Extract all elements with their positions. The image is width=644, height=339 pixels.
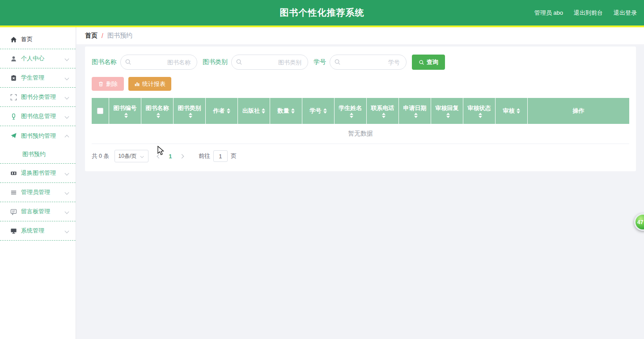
bar-chart-icon bbox=[134, 81, 140, 87]
page-size-value: 10条/页 bbox=[119, 153, 137, 160]
sidebar-item-label: 留言板管理 bbox=[21, 208, 65, 216]
column-label: 申请日期 bbox=[403, 104, 427, 112]
sidebar-item-book-reservation-management[interactable]: 图书预约管理 bbox=[0, 126, 76, 145]
chevron-down-icon bbox=[65, 56, 69, 61]
column-label: 操作 bbox=[573, 107, 585, 115]
sort-caret-icon[interactable] bbox=[517, 108, 520, 114]
column-label: 审核状态 bbox=[468, 104, 491, 112]
sort-caret-icon[interactable] bbox=[350, 113, 353, 118]
column-header-operations: 操作 bbox=[528, 98, 629, 124]
admin-user-label[interactable]: 管理员 abo bbox=[534, 9, 563, 17]
sidebar-submenu: 图书预约 bbox=[0, 145, 76, 164]
sort-caret-icon[interactable] bbox=[382, 113, 386, 118]
sort-caret-icon[interactable] bbox=[227, 108, 230, 114]
sidebar-item-label: 学生管理 bbox=[21, 74, 65, 82]
home-icon bbox=[10, 36, 17, 43]
column-header-review[interactable]: 审核 bbox=[496, 98, 528, 124]
sidebar: 首页 个人中心 学生管理 图书分类管理 图书信息管理 图书预约管理 bbox=[0, 27, 76, 339]
query-button[interactable]: 查询 bbox=[412, 55, 445, 70]
breadcrumb-home[interactable]: 首页 bbox=[85, 32, 97, 40]
sidebar-item-message-board-management[interactable]: 留言板管理 bbox=[0, 202, 76, 221]
column-header-book-name[interactable]: 图书名称 bbox=[141, 98, 174, 124]
chevron-down-icon bbox=[140, 154, 144, 158]
sidebar-item-book-category-management[interactable]: 图书分类管理 bbox=[0, 88, 76, 107]
sort-caret-icon[interactable] bbox=[262, 108, 265, 114]
goto-page-input[interactable] bbox=[213, 150, 228, 162]
sidebar-item-label: 图书预约管理 bbox=[21, 132, 65, 140]
book-name-field-wrap bbox=[120, 55, 197, 70]
logout-link[interactable]: 退出登录 bbox=[614, 9, 637, 17]
trash-icon bbox=[98, 81, 104, 87]
column-header-book-id[interactable]: 图书编号 bbox=[109, 98, 141, 124]
sidebar-item-book-info-management[interactable]: 图书信息管理 bbox=[0, 107, 76, 126]
column-label: 学生姓名 bbox=[339, 104, 362, 112]
sort-caret-icon[interactable] bbox=[124, 113, 128, 118]
book-category-field-wrap bbox=[231, 55, 308, 70]
sort-caret-icon[interactable] bbox=[414, 113, 418, 118]
select-all-cell bbox=[92, 98, 109, 124]
column-header-student-id[interactable]: 学号 bbox=[302, 98, 335, 124]
book-name-input[interactable] bbox=[120, 55, 197, 70]
column-header-quantity[interactable]: 数量 bbox=[270, 98, 302, 124]
breadcrumb: 首页 / 图书预约 bbox=[76, 27, 644, 44]
student-id-label: 学号 bbox=[314, 58, 326, 66]
page-number-1[interactable]: 1 bbox=[165, 153, 176, 160]
column-header-review-status[interactable]: 审核状态 bbox=[463, 98, 496, 124]
return-book-icon bbox=[10, 170, 17, 177]
sort-caret-icon[interactable] bbox=[446, 113, 450, 118]
select-all-checkbox[interactable] bbox=[97, 108, 103, 114]
book-name-label: 图书名称 bbox=[92, 58, 117, 66]
sidebar-item-student-management[interactable]: 学生管理 bbox=[0, 68, 76, 88]
search-form: 图书名称 图书类别 学号 bbox=[92, 55, 629, 70]
report-button[interactable]: 统计报表 bbox=[128, 77, 171, 91]
column-label: 学号 bbox=[310, 107, 322, 115]
prev-page-button[interactable] bbox=[152, 150, 165, 162]
floating-badge-value: 47 bbox=[637, 219, 643, 225]
chevron-down-icon bbox=[65, 114, 69, 119]
column-header-review-reply[interactable]: 审核回复 bbox=[431, 98, 463, 124]
sidebar-subitem-label: 图书预约 bbox=[22, 150, 46, 158]
sort-caret-icon[interactable] bbox=[157, 113, 160, 118]
chevron-down-icon bbox=[65, 229, 69, 233]
report-button-label: 统计报表 bbox=[142, 80, 165, 88]
breadcrumb-current: 图书预约 bbox=[107, 32, 132, 40]
sidebar-item-admin-management[interactable]: 管理员管理 bbox=[0, 183, 76, 202]
system-icon bbox=[10, 227, 17, 234]
chevron-down-icon bbox=[65, 190, 69, 195]
chevron-down-icon bbox=[65, 171, 69, 175]
query-button-label: 查询 bbox=[427, 58, 438, 66]
book-category-input[interactable] bbox=[231, 55, 308, 70]
column-header-publisher[interactable]: 出版社 bbox=[238, 98, 270, 124]
table-empty-state: 暂无数据 bbox=[92, 124, 629, 144]
sidebar-item-home[interactable]: 首页 bbox=[0, 30, 76, 49]
column-header-student-name[interactable]: 学生姓名 bbox=[335, 98, 367, 124]
sort-caret-icon[interactable] bbox=[189, 113, 192, 118]
column-header-phone[interactable]: 联系电话 bbox=[367, 98, 399, 124]
next-page-button[interactable] bbox=[176, 150, 189, 162]
column-label: 图书编号 bbox=[114, 104, 137, 112]
search-icon bbox=[334, 59, 341, 65]
column-header-author[interactable]: 作者 bbox=[206, 98, 238, 124]
sort-caret-icon[interactable] bbox=[291, 108, 295, 114]
sidebar-item-personal-center[interactable]: 个人中心 bbox=[0, 49, 76, 68]
page-size-select[interactable]: 10条/页 bbox=[114, 150, 148, 162]
sidebar-item-system-management[interactable]: 系统管理 bbox=[0, 221, 76, 241]
sidebar-subitem-book-reservation[interactable]: 图书预约 bbox=[0, 145, 76, 163]
column-header-book-category[interactable]: 图书类别 bbox=[174, 98, 206, 124]
column-label: 作者 bbox=[213, 107, 225, 115]
column-label: 出版社 bbox=[242, 107, 260, 115]
student-id-input[interactable] bbox=[330, 55, 407, 70]
chevron-down-icon bbox=[65, 209, 69, 214]
sidebar-item-return-book-management[interactable]: 退换图书管理 bbox=[0, 164, 76, 183]
search-icon bbox=[419, 59, 424, 65]
column-label: 图书名称 bbox=[146, 104, 169, 112]
sort-caret-icon[interactable] bbox=[479, 113, 482, 118]
user-icon bbox=[10, 55, 17, 62]
delete-button[interactable]: 删除 bbox=[92, 77, 124, 91]
delete-button-label: 删除 bbox=[106, 80, 118, 88]
exit-to-front-link[interactable]: 退出到前台 bbox=[574, 9, 603, 17]
table-header-row: 图书编号 图书名称 图书类别 作者 出版社 数量 学号 学生姓名 联系电话 申请… bbox=[92, 98, 629, 124]
reservation-table: 图书编号 图书名称 图书类别 作者 出版社 数量 学号 学生姓名 联系电话 申请… bbox=[92, 98, 629, 144]
column-header-apply-date[interactable]: 申请日期 bbox=[399, 98, 431, 124]
sort-caret-icon[interactable] bbox=[323, 108, 327, 114]
